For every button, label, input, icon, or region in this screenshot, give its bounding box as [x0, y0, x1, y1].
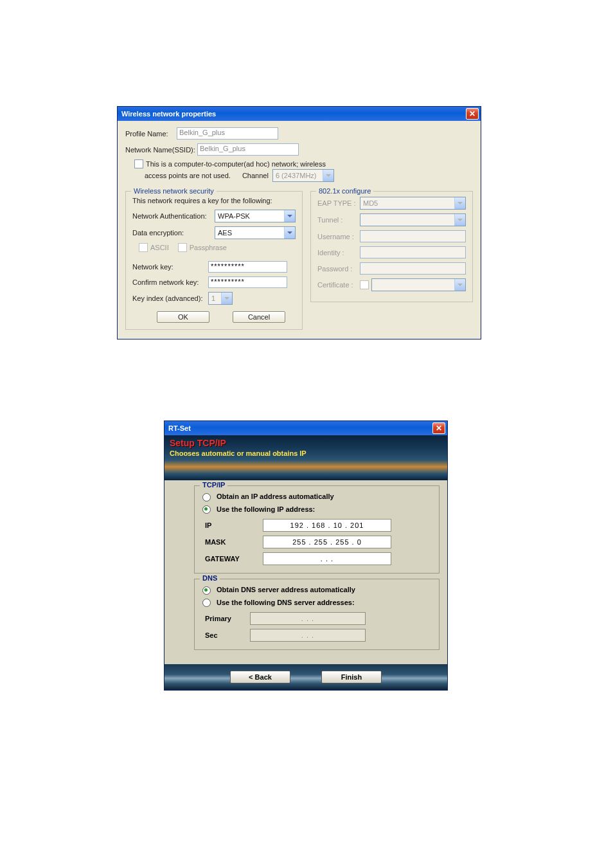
banner-heading: Setup TCP/IP [170, 438, 442, 448]
finish-button[interactable]: Finish [321, 671, 382, 683]
chevron-down-icon [323, 170, 333, 181]
close-icon[interactable]: ✕ [432, 422, 445, 434]
ip-auto-label: Obtain an IP address automatically [217, 493, 334, 500]
chevron-down-icon[interactable] [284, 227, 295, 239]
dns-auto-label: Obtain DNS server address automatically [217, 586, 355, 593]
keyindex-select: 1 [208, 292, 233, 305]
ascii-label: ASCII [150, 244, 169, 251]
ip-manual-radio[interactable] [202, 505, 211, 514]
enc-label: Data encryption: [132, 229, 215, 237]
eap-select: MD5 [360, 197, 466, 210]
tunnel-select [360, 213, 466, 226]
chevron-down-icon [454, 279, 465, 291]
password-input [360, 262, 466, 275]
channel-label: Channel [242, 172, 269, 179]
cert-checkbox [360, 280, 369, 289]
back-button[interactable]: < Back [230, 671, 290, 683]
adhoc-checkbox[interactable] [134, 159, 143, 168]
chevron-down-icon [454, 214, 465, 226]
dialog-title: Wireless network properties [121, 110, 466, 118]
profile-name-input[interactable]: Belkin_G_plus [177, 127, 278, 140]
channel-value: 6 (2437MHz) [276, 172, 317, 179]
primary-dns-input: . . . [250, 612, 366, 625]
rtset-dialog: RT-Set ✕ Setup TCP/IP Chooses automatic … [164, 420, 448, 691]
close-icon[interactable]: ✕ [466, 108, 479, 120]
password-label: Password : [317, 265, 360, 273]
enc-value: AES [218, 229, 232, 237]
ip-label: IP [205, 521, 263, 529]
ssid-label: Network Name(SSID): [125, 146, 197, 154]
banner: Setup TCP/IP Chooses automatic or manual… [164, 435, 447, 480]
wireless-security-group: Wireless network security This network r… [125, 191, 303, 330]
dot1x-group: 802.1x configure EAP TYPE : MD5 Tunnel : [310, 191, 473, 302]
banner-subheading: Chooses automatic or manual obtains IP [170, 449, 442, 457]
chevron-down-icon [454, 197, 465, 209]
identity-label: Identity : [317, 249, 360, 257]
gateway-label: GATEWAY [205, 555, 263, 563]
chevron-down-icon[interactable] [284, 210, 295, 222]
network-key-input[interactable]: ********** [208, 261, 287, 273]
cert-select [371, 278, 466, 291]
adhoc-text-line1: This is a computer-to-computer(ad hoc) n… [146, 160, 326, 168]
auth-value: WPA-PSK [218, 212, 250, 220]
primary-dns-label: Primary [205, 615, 250, 622]
footer: < Back Finish [164, 664, 447, 690]
ip-manual-label: Use the following IP address: [217, 505, 315, 513]
sec-dns-input: . . . [250, 629, 366, 642]
ip-auto-radio[interactable] [202, 493, 211, 502]
username-label: Username : [317, 233, 360, 240]
ip-input[interactable]: 192 . 168 . 10 . 201 [263, 519, 391, 532]
dot1x-legend: 802.1x configure [316, 187, 373, 195]
tunnel-label: Tunnel : [317, 216, 360, 224]
wireless-properties-dialog: Wireless network properties ✕ Profile Na… [117, 106, 481, 339]
keyindex-label: Key index (advanced): [132, 294, 208, 302]
keyindex-value: 1 [211, 294, 215, 302]
dns-auto-radio[interactable] [202, 586, 211, 595]
auth-label: Network Authentication: [132, 212, 215, 220]
ssid-input[interactable]: Belkin_G_plus [197, 143, 299, 156]
dns-manual-label: Use the following DNS server addresses: [217, 599, 355, 606]
mask-input[interactable]: 255 . 255 . 255 . 0 [263, 536, 391, 548]
cancel-button[interactable]: Cancel [233, 311, 285, 323]
ascii-checkbox [139, 243, 148, 252]
cert-label: Certificate : [317, 281, 360, 289]
titlebar[interactable]: RT-Set ✕ [164, 421, 447, 435]
dns-manual-radio[interactable] [202, 599, 211, 607]
network-key-label: Network key: [132, 263, 208, 271]
gateway-input[interactable]: . . . [263, 552, 391, 565]
titlebar[interactable]: Wireless network properties ✕ [118, 107, 481, 121]
mask-label: MASK [205, 538, 263, 546]
eap-value: MD5 [363, 199, 378, 207]
dialog-title: RT-Set [168, 424, 432, 432]
ok-button[interactable]: OK [157, 311, 209, 323]
confirm-key-label: Confirm network key: [132, 278, 208, 286]
username-input [360, 230, 466, 242]
enc-select[interactable]: AES [215, 226, 296, 239]
chevron-down-icon [221, 293, 232, 304]
confirm-key-input[interactable]: ********** [208, 276, 287, 288]
tcpip-group: TCP/IP Obtain an IP address automaticall… [194, 485, 440, 574]
requires-text: This network requires a key for the foll… [132, 197, 296, 204]
channel-select: 6 (2437MHz) [272, 169, 334, 182]
profile-name-label: Profile Name: [125, 130, 177, 138]
dns-legend: DNS [200, 574, 220, 582]
identity-input [360, 246, 466, 258]
passphrase-checkbox [178, 243, 187, 252]
eap-label: EAP TYPE : [317, 199, 360, 207]
passphrase-label: Passphrase [190, 244, 227, 251]
tcpip-legend: TCP/IP [200, 481, 227, 489]
auth-select[interactable]: WPA-PSK [215, 210, 296, 222]
sec-dns-label: Sec [205, 631, 250, 639]
wireless-security-legend: Wireless network security [131, 187, 217, 195]
dns-group: DNS Obtain DNS server address automatica… [194, 579, 440, 650]
adhoc-text-line2: access points are not used. [145, 172, 231, 179]
